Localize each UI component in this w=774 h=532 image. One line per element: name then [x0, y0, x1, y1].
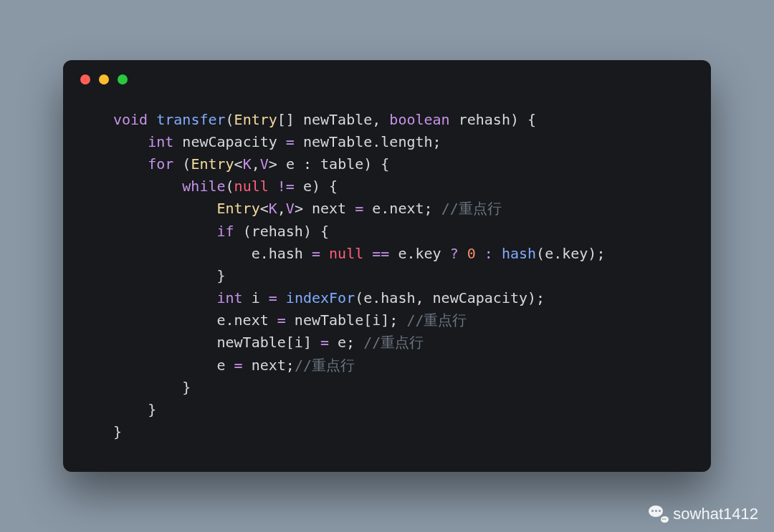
maximize-icon[interactable]: [118, 74, 128, 84]
code-block: void transfer(Entry[] newTable, boolean …: [63, 109, 711, 444]
code-token: V: [260, 155, 269, 173]
code-line: while(null != e) {: [113, 175, 661, 198]
code-token: 0: [467, 245, 476, 262]
code-token: //重点行: [406, 311, 467, 329]
code-token: for: [148, 155, 182, 173]
code-line: int newCapacity = newTable.length;: [113, 131, 661, 153]
code-token: K: [243, 155, 252, 173]
code-token: [113, 133, 148, 150]
code-token: }: [113, 267, 226, 284]
code-token: //重点行: [295, 357, 355, 374]
code-token: newCapacity: [182, 133, 286, 150]
code-token: Entry: [191, 155, 234, 173]
code-token: :: [484, 245, 493, 262]
code-token: null: [234, 178, 269, 195]
code-token: i: [252, 289, 269, 306]
code-token: ?: [450, 245, 459, 262]
stage: void transfer(Entry[] newTable, boolean …: [0, 0, 774, 532]
code-line: e.next = newTable[i]; //重点行: [113, 309, 661, 332]
code-token: [] newTable,: [277, 111, 390, 128]
code-token: transfer: [156, 111, 225, 128]
code-token: hash: [502, 245, 536, 262]
code-token: =: [286, 133, 295, 150]
code-token: //重点行: [441, 200, 502, 217]
code-line: }: [113, 399, 661, 421]
code-token: [476, 245, 484, 262]
code-token: [113, 223, 217, 240]
code-line: newTable[i] = e; //重点行: [113, 332, 661, 354]
code-token: (: [226, 111, 234, 128]
code-token: =: [320, 334, 329, 351]
code-token: e.hash: [113, 245, 312, 262]
code-token: e: [113, 357, 234, 374]
watermark: sowhat1412: [649, 505, 758, 523]
code-token: ==: [372, 245, 389, 262]
window-titlebar: [63, 60, 711, 109]
code-token: =: [269, 289, 277, 306]
code-line: Entry<K,V> next = e.next; //重点行: [113, 198, 661, 220]
code-token: int: [217, 289, 252, 306]
code-token: int: [148, 133, 182, 150]
code-token: }: [113, 401, 156, 418]
code-token: V: [286, 200, 295, 217]
code-token: Entry: [217, 200, 260, 217]
code-token: =: [234, 357, 243, 374]
code-token: if: [217, 223, 243, 240]
code-token: }: [113, 423, 122, 440]
code-token: null: [329, 245, 363, 262]
code-token: [113, 289, 217, 306]
code-token: (: [226, 178, 234, 195]
code-token: (e.hash, newCapacity);: [355, 289, 545, 306]
code-token: =: [277, 311, 286, 329]
code-token: (rehash) {: [243, 223, 329, 240]
code-token: ,: [252, 155, 260, 173]
code-token: newTable.length;: [295, 133, 441, 150]
code-token: (e.key);: [536, 245, 605, 262]
code-token: [459, 245, 467, 262]
code-line: for (Entry<K,V> e : table) {: [113, 153, 661, 175]
code-token: next;: [243, 357, 295, 374]
code-line: if (rehash) {: [113, 221, 661, 243]
code-token: (: [182, 155, 191, 173]
wechat-icon: [649, 506, 669, 523]
code-token: boolean: [389, 111, 458, 128]
code-token: e.next;: [363, 200, 441, 217]
code-token: e.next: [113, 311, 277, 329]
code-token: =: [312, 245, 320, 262]
code-token: indexFor: [286, 289, 355, 306]
code-token: }: [113, 379, 191, 396]
code-token: [493, 245, 502, 262]
code-token: ,: [277, 200, 286, 217]
code-token: //重点行: [363, 334, 424, 351]
minimize-icon[interactable]: [99, 74, 109, 84]
code-token: K: [269, 200, 277, 217]
code-token: newTable[i]: [113, 334, 320, 351]
code-token: e;: [329, 334, 363, 351]
code-token: <: [260, 200, 269, 217]
code-window: void transfer(Entry[] newTable, boolean …: [63, 60, 711, 473]
code-token: =: [355, 200, 363, 217]
code-token: Entry: [234, 111, 277, 128]
code-token: [363, 245, 372, 262]
code-line: }: [113, 377, 661, 399]
code-line: }: [113, 421, 661, 443]
code-token: [269, 178, 277, 195]
code-token: [277, 289, 286, 306]
code-token: > e : table) {: [269, 155, 390, 173]
watermark-text: sowhat1412: [673, 505, 758, 523]
code-token: !=: [277, 178, 295, 195]
code-token: [113, 178, 182, 195]
code-token: [113, 200, 217, 217]
code-line: void transfer(Entry[] newTable, boolean …: [113, 109, 661, 131]
code-token: e) {: [295, 178, 338, 195]
code-token: [113, 155, 148, 173]
code-token: newTable[i];: [286, 311, 407, 329]
code-token: e.key: [389, 245, 449, 262]
code-token: void: [113, 111, 156, 128]
code-line: }: [113, 265, 661, 287]
code-token: > next: [295, 200, 355, 217]
code-token: rehash) {: [459, 111, 536, 128]
code-token: while: [182, 178, 225, 195]
code-line: e.hash = null == e.key ? 0 : hash(e.key)…: [113, 243, 661, 265]
close-icon[interactable]: [80, 74, 90, 84]
